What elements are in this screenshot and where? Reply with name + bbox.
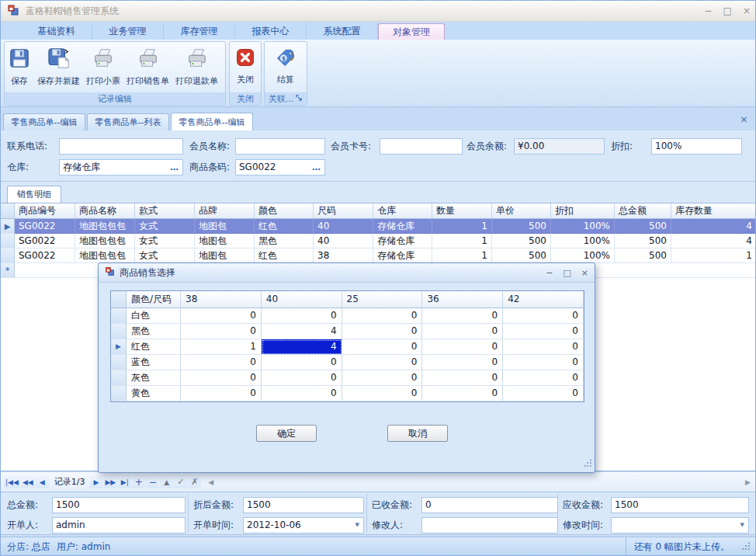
- total-amount-field[interactable]: 1500: [52, 497, 186, 513]
- dialog-close-icon[interactable]: ×: [581, 268, 588, 278]
- column-header[interactable]: 品牌: [195, 203, 255, 219]
- cell[interactable]: 500: [492, 248, 551, 263]
- color-name-cell[interactable]: 黑色: [127, 324, 181, 339]
- column-header[interactable]: 总金额: [615, 203, 671, 219]
- column-header[interactable]: 尺码: [314, 203, 373, 219]
- cell[interactable]: 500: [615, 234, 671, 248]
- nav-cancel-edit-icon[interactable]: ✗: [188, 475, 201, 488]
- column-header[interactable]: 商品编号: [15, 203, 75, 219]
- receivable-amount-field[interactable]: 1500: [611, 497, 749, 513]
- cell[interactable]: 地图包包包: [75, 219, 135, 234]
- doc-tab-retail-edit-1[interactable]: 零售商品单--编辑: [3, 113, 85, 130]
- cell[interactable]: 40: [314, 219, 373, 234]
- qty-cell[interactable]: 0: [181, 355, 262, 370]
- qty-cell[interactable]: 0: [503, 308, 584, 324]
- column-header[interactable]: 40: [262, 291, 342, 308]
- dialog-maximize-icon[interactable]: □: [563, 268, 570, 278]
- qty-cell[interactable]: 0: [262, 370, 342, 386]
- cell[interactable]: 100%: [551, 219, 615, 234]
- nav-prev-page-icon[interactable]: ◀◀: [21, 475, 35, 488]
- ribbon-tab-business[interactable]: 业务管理: [92, 23, 164, 40]
- dialog-resize-grip[interactable]: [584, 459, 592, 470]
- cell[interactable]: 地图包: [195, 248, 255, 263]
- column-header[interactable]: 颜色/尺码: [127, 291, 181, 308]
- color-name-cell[interactable]: 红色: [127, 339, 181, 355]
- matrix-row-grey[interactable]: 灰色 0 0 0 0 0: [111, 370, 584, 386]
- cell[interactable]: 地图包: [195, 219, 255, 234]
- modifier-field[interactable]: [421, 517, 558, 533]
- column-header[interactable]: 库存数量: [671, 203, 756, 219]
- chevron-down-icon[interactable]: ▼: [737, 518, 745, 533]
- cell[interactable]: 女式: [135, 248, 195, 263]
- qty-cell[interactable]: 0: [181, 324, 262, 339]
- cell[interactable]: 存储仓库: [373, 219, 432, 234]
- matrix-row-white[interactable]: 白色 0 0 0 0 0: [111, 308, 584, 324]
- selected-qty-cell[interactable]: 4: [262, 339, 342, 355]
- cell[interactable]: 4: [671, 219, 756, 234]
- cell[interactable]: 存储仓库: [373, 234, 432, 248]
- table-row[interactable]: SG0022 地图包包包 女式 地图包 红色 38 存储仓库 1 500 100…: [1, 248, 756, 263]
- modify-time-combo[interactable]: ▼: [611, 517, 749, 533]
- qty-cell[interactable]: 0: [503, 355, 584, 370]
- qty-cell[interactable]: 0: [503, 324, 584, 339]
- close-icon[interactable]: ×: [743, 5, 751, 16]
- qty-cell[interactable]: 1: [181, 339, 262, 355]
- contact-phone-field[interactable]: [59, 138, 183, 155]
- qty-cell[interactable]: 0: [342, 386, 423, 401]
- qty-cell[interactable]: 0: [342, 355, 423, 370]
- column-header[interactable]: 42: [503, 291, 584, 308]
- ribbon-tab-reports[interactable]: 报表中心: [235, 23, 307, 40]
- nav-commit-icon[interactable]: ✓: [174, 475, 187, 488]
- nav-edit-icon[interactable]: ▲: [160, 475, 173, 488]
- qty-cell[interactable]: 0: [181, 386, 262, 401]
- cell[interactable]: 1: [432, 248, 492, 263]
- nav-append-icon[interactable]: +: [132, 475, 145, 488]
- cell[interactable]: 地图包包包: [75, 234, 135, 248]
- cell[interactable]: 100%: [551, 234, 615, 248]
- cell[interactable]: SG0022: [15, 248, 75, 263]
- cell[interactable]: 女式: [135, 219, 195, 234]
- ribbon-tab-object-manage[interactable]: 对象管理: [378, 23, 445, 40]
- cell[interactable]: 4: [671, 234, 756, 248]
- doc-tab-retail-list[interactable]: 零售商品单--列表: [87, 113, 169, 130]
- qty-cell[interactable]: 0: [262, 355, 342, 370]
- nav-next-page-icon[interactable]: ▶▶: [103, 475, 117, 488]
- chevron-down-icon[interactable]: ▼: [352, 518, 360, 533]
- minimize-icon[interactable]: −: [705, 5, 713, 16]
- qty-cell[interactable]: 0: [342, 324, 423, 339]
- discount-field[interactable]: 100%: [651, 138, 742, 155]
- nav-prev-icon[interactable]: ◀: [36, 475, 49, 488]
- color-name-cell[interactable]: 黄色: [127, 386, 181, 401]
- cell[interactable]: SG0022: [15, 234, 75, 248]
- column-header[interactable]: 25: [342, 291, 423, 308]
- matrix-row-blue[interactable]: 蓝色 0 0 0 0 0: [111, 355, 584, 370]
- doc-tab-retail-edit-2[interactable]: 零售商品单--编辑: [171, 113, 253, 130]
- qty-cell[interactable]: 0: [262, 308, 342, 324]
- cell[interactable]: 黑色: [255, 234, 314, 248]
- warehouse-lookup-icon[interactable]: …: [167, 160, 179, 175]
- cell[interactable]: 1: [432, 219, 492, 234]
- cell[interactable]: 500: [492, 234, 551, 248]
- creator-field[interactable]: admin: [52, 517, 186, 533]
- received-amount-field[interactable]: 0: [421, 497, 558, 513]
- tab-sales-detail[interactable]: 销售明细: [7, 186, 61, 203]
- cell[interactable]: 1: [432, 234, 492, 248]
- cell[interactable]: 100%: [551, 248, 615, 263]
- barcode-combo[interactable]: SG0022 …: [235, 159, 325, 175]
- maximize-icon[interactable]: □: [723, 5, 732, 16]
- warehouse-combo[interactable]: 存储仓库 …: [59, 159, 183, 175]
- column-header[interactable]: 折扣: [551, 203, 615, 219]
- save-and-new-button[interactable]: 保存并新建: [34, 44, 83, 92]
- print-sales-order-button[interactable]: 打印销售单: [123, 44, 172, 92]
- cell[interactable]: 红色: [255, 248, 314, 263]
- cell[interactable]: 女式: [135, 234, 195, 248]
- qty-cell[interactable]: 0: [422, 324, 503, 339]
- column-header[interactable]: 款式: [135, 203, 195, 219]
- column-header[interactable]: 颜色: [255, 203, 314, 219]
- ribbon-tab-basic-data[interactable]: 基础资料: [21, 23, 92, 40]
- nav-last-icon[interactable]: ▶|: [118, 475, 131, 488]
- cell[interactable]: 存储仓库: [373, 248, 432, 263]
- column-header[interactable]: 单价: [492, 203, 551, 219]
- qty-cell[interactable]: 0: [422, 339, 503, 355]
- qty-cell[interactable]: 0: [422, 308, 503, 324]
